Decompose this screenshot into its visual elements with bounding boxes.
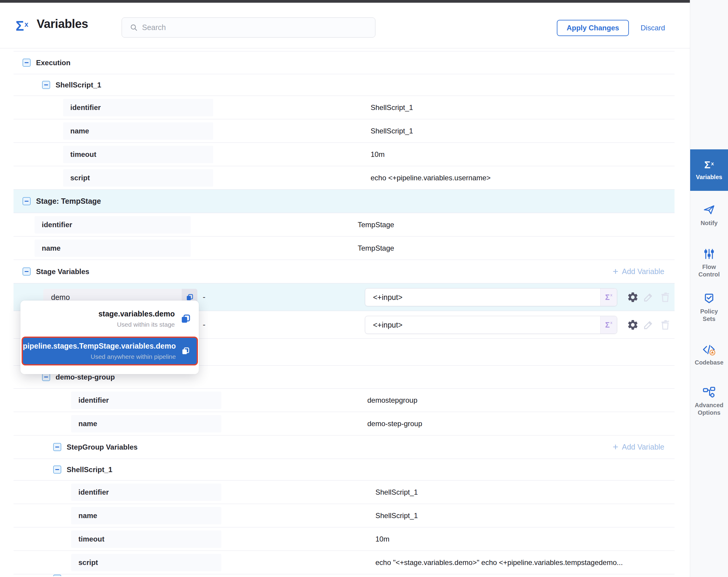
gear-icon	[627, 319, 639, 331]
minus-glyph	[44, 84, 48, 85]
field-row-identifier: identifier demostepgroup	[14, 388, 675, 412]
collapse-icon	[53, 575, 61, 576]
section-label: Stage: TempStage	[36, 197, 101, 205]
runtime-input-sigma-button[interactable]: Σx	[600, 316, 617, 333]
sidebar-item-label: Notify	[701, 219, 718, 227]
minus-glyph	[44, 377, 48, 377]
discard-button[interactable]: Discard	[641, 24, 665, 32]
variable-value-input[interactable]: <+input> Σx	[365, 288, 617, 306]
field-value: 10m	[375, 535, 390, 543]
sliders-icon	[703, 248, 716, 260]
copy-icon	[186, 293, 194, 301]
trash-icon	[659, 319, 671, 331]
sidebar-item-variables[interactable]: Σx Variables	[690, 149, 728, 191]
variable-settings-button[interactable]	[626, 318, 640, 332]
field-label: identifier	[70, 103, 101, 112]
sigma-x-glyph: x	[610, 321, 613, 325]
field-row-identifier: identifier ShellScript_1	[14, 480, 675, 504]
section-label: ShellScript_1	[67, 466, 112, 474]
required-dash: -	[203, 293, 205, 302]
copy-icon[interactable]	[180, 313, 191, 324]
sigma-glyph: Σ	[605, 293, 610, 302]
sidebar-item-label: Advanced Options	[695, 401, 724, 417]
sigma-x-glyph: x	[610, 293, 613, 297]
section-row-stepgroup-variables: StepGroup Variables + Add Variable	[14, 435, 675, 459]
expression-text: pipeline.stages.TempStage.variables.demo	[23, 342, 176, 350]
paper-plane-icon	[703, 204, 716, 216]
section-row-stage: Stage: TempStage	[14, 190, 675, 213]
field-value: demostepgroup	[367, 396, 417, 404]
panel-header: Σx Variables Apply Changes Discard	[0, 3, 690, 48]
section-label: Execution	[36, 58, 71, 67]
field-value: 10m	[371, 150, 385, 159]
apply-changes-button[interactable]: Apply Changes	[557, 20, 629, 36]
copy-icon[interactable]	[181, 346, 190, 356]
collapse-icon[interactable]	[42, 81, 50, 89]
trash-icon	[659, 292, 671, 303]
popup-item-stage-scope[interactable]: stage.variables.demo Used within its sta…	[20, 306, 199, 332]
sidebar-item-label: Variables	[696, 173, 722, 181]
plus-icon: +	[613, 267, 618, 276]
pencil-icon	[643, 292, 654, 303]
field-value: ShellScript_1	[375, 511, 418, 520]
runtime-input-sigma-button[interactable]: Σx	[600, 288, 617, 306]
sidebar-item-policy-sets[interactable]: Policy Sets	[690, 292, 728, 323]
field-label-box: timeout	[71, 530, 222, 548]
variables-sigma-logo-icon: Σx	[16, 19, 28, 33]
variable-value: <+input>	[373, 321, 402, 329]
browser-top-strip	[0, 0, 690, 3]
add-variable-button[interactable]: + Add Variable	[613, 260, 664, 283]
sidebar-item-label: Policy Sets	[700, 308, 718, 323]
field-row-script: script echo "<+stage.variables.demo>" ec…	[14, 551, 675, 574]
collapse-icon[interactable]	[23, 197, 31, 205]
minus-glyph	[55, 469, 59, 470]
field-label: name	[42, 244, 61, 252]
pencil-icon	[643, 319, 654, 331]
sidebar-item-advanced-options[interactable]: Advanced Options	[690, 386, 728, 417]
minus-glyph	[25, 201, 28, 202]
variable-delete-button[interactable]	[658, 318, 672, 332]
search-box[interactable]	[122, 18, 375, 37]
variable-value-input[interactable]: <+input> Σx	[365, 316, 617, 334]
sidebar-item-notify[interactable]: Notify	[690, 204, 728, 227]
field-row-name: name ShellScript_1	[14, 504, 675, 527]
sigma-glyph: Σ	[704, 159, 710, 170]
flowchart-gear-icon	[702, 386, 716, 399]
field-row-timeout: timeout 10m	[14, 527, 675, 551]
field-value: ShellScript_1	[371, 127, 413, 135]
field-label: script	[78, 558, 98, 567]
collapse-icon[interactable]	[42, 373, 50, 381]
add-variable-label: Add Variable	[622, 443, 664, 451]
field-row-identifier: identifier ShellScript_1	[14, 96, 675, 119]
section-label: ShellScript_1	[56, 81, 101, 89]
sidebar-item-flow-control[interactable]: Flow Control	[690, 248, 728, 278]
popup-item-pipeline-scope-highlighted[interactable]: pipeline.stages.TempStage.variables.demo…	[22, 336, 198, 366]
section-row-stage-variables: Stage Variables + Add Variable	[14, 260, 675, 283]
section-label: Stage Variables	[36, 268, 89, 276]
field-label: script	[70, 174, 90, 182]
variable-delete-button[interactable]	[658, 290, 672, 304]
plus-icon: +	[613, 442, 618, 452]
sidebar-item-label: Codebase	[695, 359, 724, 366]
add-variable-label: Add Variable	[622, 267, 664, 276]
search-input[interactable]	[142, 23, 369, 32]
pipeline-tools-sidebar: Σx Variables Notify Flow Control Policy …	[690, 0, 728, 577]
field-label-box: name	[34, 240, 191, 257]
field-row-script: script echo <+pipeline.variables.usernam…	[14, 166, 675, 190]
minus-glyph	[55, 447, 59, 448]
collapse-icon[interactable]	[23, 58, 31, 67]
collapse-icon[interactable]	[23, 268, 31, 276]
variable-value: <+input>	[373, 293, 402, 302]
collapse-icon[interactable]	[53, 466, 61, 474]
variable-edit-button[interactable]	[642, 290, 655, 304]
field-label: timeout	[78, 535, 105, 543]
variable-edit-button[interactable]	[642, 318, 655, 332]
field-label: name	[70, 127, 89, 135]
sidebar-item-codebase[interactable]: Codebase	[690, 343, 728, 366]
add-variable-button[interactable]: + Add Variable	[613, 435, 664, 459]
code-warning-icon	[702, 343, 716, 356]
field-label: name	[78, 420, 97, 428]
variable-settings-button[interactable]	[626, 290, 640, 304]
collapse-icon[interactable]	[53, 443, 61, 451]
page-title: Variables	[37, 17, 88, 31]
